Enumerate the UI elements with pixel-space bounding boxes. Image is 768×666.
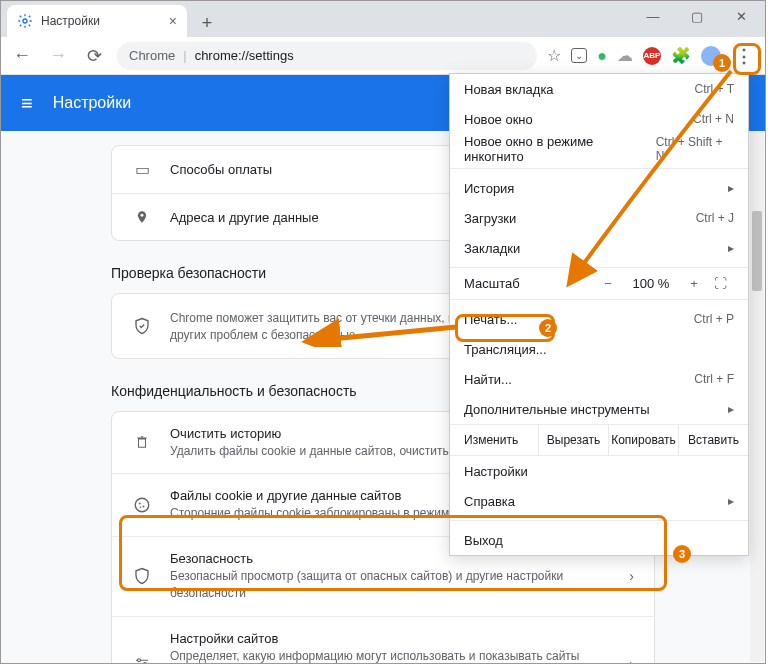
- chevron-right-icon: ›: [629, 656, 634, 663]
- maximize-button[interactable]: ▢: [675, 1, 719, 31]
- menu-settings[interactable]: Настройки: [450, 456, 748, 486]
- separator: |: [183, 48, 186, 63]
- zoom-percent: 100 %: [628, 276, 674, 291]
- zoom-out-button[interactable]: −: [596, 276, 620, 291]
- menu-new-window[interactable]: Новое окноCtrl + N: [450, 104, 748, 134]
- shield-check-icon: [132, 316, 152, 336]
- address-bar[interactable]: Chrome | chrome://settings: [117, 42, 537, 70]
- chevron-right-icon: ›: [629, 568, 634, 584]
- extensions-icon[interactable]: 🧩: [671, 46, 691, 65]
- cut-button[interactable]: Вырезать: [538, 425, 608, 455]
- chrome-label: Chrome: [129, 48, 175, 63]
- site-settings-title: Настройки сайтов: [170, 631, 611, 646]
- titlebar: Настройки × + — ▢ ✕: [1, 1, 765, 37]
- card-icon: ▭: [132, 160, 152, 179]
- chrome-menu: Новая вкладкаCtrl + T Новое окноCtrl + N…: [449, 73, 749, 556]
- menu-find[interactable]: Найти...Ctrl + F: [450, 364, 748, 394]
- menu-history[interactable]: История▸: [450, 173, 748, 203]
- badge-1: 1: [713, 54, 731, 72]
- cookie-icon: [132, 496, 152, 514]
- svg-point-0: [23, 19, 27, 23]
- security-sub: Безопасный просмотр (защита от опасных с…: [170, 568, 611, 602]
- hamburger-icon[interactable]: ≡: [21, 92, 33, 115]
- paste-button[interactable]: Вставить: [678, 425, 748, 455]
- badge-2: 2: [539, 319, 557, 337]
- zoom-label: Масштаб: [464, 276, 588, 291]
- forward-button: →: [45, 43, 71, 69]
- menu-zoom: Масштаб − 100 % + ⛶: [450, 272, 748, 295]
- site-settings-row[interactable]: Настройки сайтов Определяет, какую инфор…: [112, 616, 654, 663]
- close-tab-icon[interactable]: ×: [169, 13, 177, 29]
- menu-help[interactable]: Справка▸: [450, 486, 748, 516]
- window-controls: — ▢ ✕: [631, 1, 763, 31]
- close-window-button[interactable]: ✕: [719, 1, 763, 31]
- cloud-icon[interactable]: ☁: [617, 46, 633, 65]
- menu-downloads[interactable]: ЗагрузкиCtrl + J: [450, 203, 748, 233]
- svg-point-1: [141, 214, 144, 217]
- menu-print[interactable]: Печать...Ctrl + P: [450, 304, 748, 334]
- edit-label: Изменить: [450, 425, 538, 455]
- menu-bookmarks[interactable]: Закладки▸: [450, 233, 748, 263]
- svg-point-6: [138, 659, 141, 662]
- trash-icon: [132, 433, 152, 451]
- new-tab-button[interactable]: +: [193, 9, 221, 37]
- browser-tab[interactable]: Настройки ×: [7, 5, 187, 37]
- menu-cast[interactable]: Трансляция...: [450, 334, 748, 364]
- scrollbar[interactable]: [750, 131, 764, 662]
- tab-title: Настройки: [41, 14, 161, 28]
- zoom-in-button[interactable]: +: [682, 276, 706, 291]
- gear-icon: [17, 13, 33, 29]
- menu-incognito[interactable]: Новое окно в режиме инкогнитоCtrl + Shif…: [450, 134, 748, 164]
- menu-new-tab[interactable]: Новая вкладкаCtrl + T: [450, 74, 748, 104]
- pin-icon: [132, 208, 152, 226]
- menu-edit-row: Изменить Вырезать Копировать Вставить: [450, 424, 748, 456]
- evernote-icon[interactable]: ●: [597, 47, 607, 65]
- copy-button[interactable]: Копировать: [608, 425, 678, 455]
- fullscreen-icon[interactable]: ⛶: [714, 276, 734, 291]
- browser-toolbar: ← → ⟳ Chrome | chrome://settings ☆ ⌄ ● ☁…: [1, 37, 765, 75]
- minimize-button[interactable]: —: [631, 1, 675, 31]
- sliders-icon: [132, 655, 152, 663]
- chrome-menu-button[interactable]: ⋮: [731, 40, 757, 72]
- badge-3: 3: [673, 545, 691, 563]
- abp-icon[interactable]: ABP: [643, 47, 661, 65]
- url-text: chrome://settings: [195, 48, 294, 63]
- menu-exit[interactable]: Выход: [450, 525, 748, 555]
- svg-point-5: [140, 507, 142, 509]
- svg-point-4: [143, 506, 145, 508]
- svg-point-2: [135, 499, 149, 513]
- site-settings-sub: Определяет, какую информацию могут испол…: [170, 648, 611, 663]
- menu-more-tools[interactable]: Дополнительные инструменты▸: [450, 394, 748, 424]
- pocket-icon[interactable]: ⌄: [571, 48, 587, 63]
- settings-title: Настройки: [53, 94, 131, 112]
- reload-button[interactable]: ⟳: [81, 43, 107, 69]
- back-button[interactable]: ←: [9, 43, 35, 69]
- scrollbar-thumb[interactable]: [752, 211, 762, 291]
- svg-point-3: [139, 503, 141, 505]
- star-icon[interactable]: ☆: [547, 46, 561, 65]
- shield-icon: [132, 566, 152, 586]
